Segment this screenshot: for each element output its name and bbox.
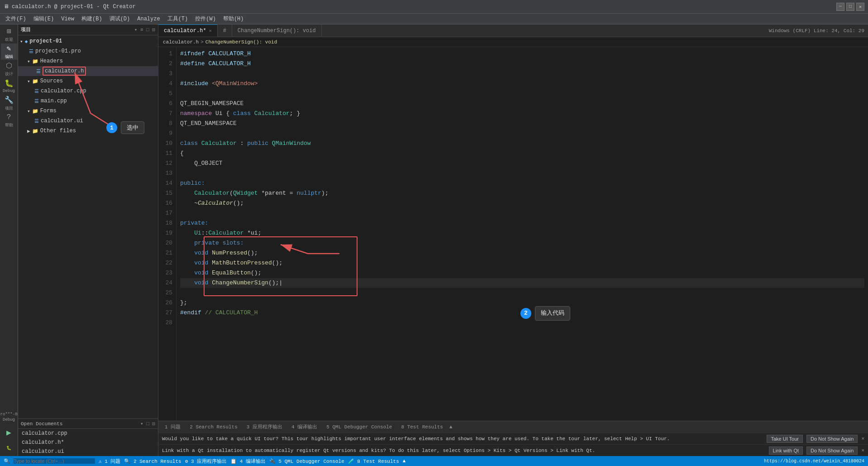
menu-debug[interactable]: 调试(D) [106, 14, 134, 24]
status-qml[interactable]: 🔌 5 QML Debugger Console [269, 458, 344, 464]
notification-2-close-icon[interactable]: × [861, 448, 864, 453]
help-icon: ? [7, 113, 11, 121]
bottom-tab-search[interactable]: 2 Search Results [185, 423, 242, 431]
do-not-show-again-button-1[interactable]: Do Not Show Again [806, 435, 858, 443]
code-line-26: }; [180, 298, 864, 308]
activitybar: ⊞ 欢迎 ✎ 编辑 ⬡ 设计 🐛 Debug 🔧 项目 ? 帮助 pro***-… [0, 24, 18, 456]
calculatorcpp-file-icon: ☰ [34, 88, 39, 94]
tab-changenumber-label: ChangeNumberSign(): void [238, 28, 316, 34]
tree-item-project01[interactable]: ▾ ◆ project-01 [18, 36, 158, 46]
menu-file[interactable]: 文件(F) [2, 14, 30, 24]
code-line-8: QT_END_NAMESPACE [180, 119, 864, 129]
open-doc-calculatorh[interactable]: calculator.h* [18, 438, 158, 447]
tree-item-otherfiles[interactable]: ▶ 📁 Other files [18, 126, 158, 136]
activity-pro[interactable]: pro***-01 Debug [1, 409, 17, 425]
menu-tools[interactable]: 工具(T) [164, 14, 192, 24]
status-app-output[interactable]: ⚙ 3 应用程序输出 [185, 458, 227, 465]
forms-expand-icon: ▾ [27, 108, 30, 114]
tree-label-forms: Forms [40, 108, 57, 114]
bottom-tabs: 1 问题 2 Search Results 3 应用程序输出 4 编译输出 5 … [158, 421, 868, 432]
locate-input[interactable] [14, 458, 95, 464]
code-line-10: class Calculator : public QMainWindow [180, 139, 864, 149]
breadcrumb: calculator.h > ChangeNumberSign(): void [158, 37, 868, 47]
tree-item-calculatorcpp[interactable]: ☰ calculator.cpp [18, 86, 158, 96]
status-test[interactable]: 🧪 8 Test Results [348, 458, 399, 464]
bottom-tab-app-output[interactable]: 3 应用程序输出 [242, 423, 287, 431]
activity-edit[interactable]: ✎ 编辑 [1, 43, 17, 60]
code-line-1: #ifndef CALCULATOR_H [180, 49, 864, 59]
activity-project[interactable]: 🔧 项目 [1, 95, 17, 111]
notification-1-close-icon[interactable]: × [861, 436, 864, 442]
tree-label-sources: Sources [40, 78, 63, 84]
tree-label-calculatorui: calculator.ui [41, 118, 83, 124]
run-button[interactable]: ▶ [1, 426, 17, 439]
tree-item-calculatorui[interactable]: ☰ calculator.ui [18, 116, 158, 126]
bottom-tab-problems[interactable]: 1 问题 [160, 423, 185, 431]
open-documents-panel: Open Documents ▾ □ ⊡ calculator.cpp calc… [18, 418, 158, 456]
status-search-results[interactable]: 🔍 2 Search Results [124, 458, 181, 464]
tree-item-calculatorh[interactable]: ☰ calculator.h [18, 66, 158, 76]
menu-analyze[interactable]: Analyze [134, 15, 163, 23]
tree-item-pro[interactable]: ☰ project-01.pro [18, 46, 158, 56]
tab-calculatorh[interactable]: calculator.h* ✕ [158, 24, 218, 37]
csdn-link[interactable]: https://blog.csdn.net/weixin_48180024 [764, 459, 864, 464]
tab-close-icon[interactable]: ✕ [209, 28, 212, 34]
bottom-tab-qml[interactable]: 5 QML Debugger Console [322, 423, 396, 431]
code-line-21: void NumPressed(); [180, 248, 864, 258]
tree-label-calculatorcpp: calculator.cpp [41, 88, 86, 94]
statusbar-left: 🔍 ⚠ 1 问题 🔍 2 Search Results ⚙ 3 应用程序输出 📋… [4, 458, 758, 465]
code-line-7: namespace Ui { class Calculator; } [180, 109, 864, 119]
tree-label-otherfiles: Other files [40, 128, 76, 134]
menu-help[interactable]: 帮助(H) [219, 14, 248, 24]
status-problems[interactable]: ⚠ 1 问题 [99, 458, 120, 465]
maximize-button[interactable]: □ [846, 3, 854, 11]
tree-item-sources[interactable]: ▾ 📁 Sources [18, 76, 158, 86]
status-compile[interactable]: 📋 4 编译输出 [230, 458, 266, 465]
activity-help[interactable]: ? 帮助 [1, 112, 17, 129]
sidebar-controls: ▾ ≡ □ ⊡ [134, 27, 155, 33]
code-editor[interactable]: #ifndef CALCULATOR_H #define CALCULATOR_… [176, 47, 868, 421]
pro-file-icon: ☰ [29, 48, 33, 54]
open-doc-calculatorcpp-label: calculator.cpp [22, 430, 67, 437]
tree-item-headers[interactable]: ▾ 📁 Headers [18, 56, 158, 66]
open-doc-calculatorui[interactable]: calculator.ui [18, 447, 158, 456]
code-line-28 [180, 318, 864, 328]
activity-welcome[interactable]: ⊞ 欢迎 [1, 26, 17, 43]
close-button[interactable]: ✕ [856, 3, 864, 11]
forms-folder-icon: 📁 [32, 108, 38, 114]
file-tree: ▾ ◆ project-01 ☰ project-01.pro ▾ 📁 Head… [18, 35, 158, 418]
calculatorh-highlight: calculator.h [43, 67, 86, 76]
activity-debug[interactable]: 🐛 Debug [1, 78, 17, 94]
bottom-tab-test[interactable]: 8 Test Results [396, 423, 447, 431]
sources-folder-icon: 📁 [32, 78, 38, 84]
code-line-13 [180, 168, 864, 178]
tab-changenumber[interactable]: ChangeNumberSign(): void [232, 24, 322, 37]
activity-design[interactable]: ⬡ 设计 [1, 61, 17, 77]
open-doc-calculatorcpp[interactable]: calculator.cpp [18, 429, 158, 438]
tab-hash[interactable]: # [218, 24, 232, 37]
menu-view[interactable]: View [57, 15, 78, 23]
minimize-button[interactable]: ─ [836, 3, 844, 11]
tree-label-headers: Headers [40, 58, 63, 64]
do-not-show-again-button-2[interactable]: Do Not Show Again [806, 447, 858, 455]
tab-hash-label: # [223, 28, 226, 34]
code-line-25 [180, 288, 864, 298]
menu-edit[interactable]: 编辑(E) [30, 14, 58, 24]
tree-label-calculatorh: calculator.h [43, 68, 86, 74]
code-line-15: Calculator(QWidget *parent = nullptr); [180, 188, 864, 198]
editor-area[interactable]: 12345 678910 1112131415 1617181920 21222… [158, 47, 868, 421]
code-line-17 [180, 208, 864, 218]
debug2-button[interactable]: 🐛 [1, 440, 17, 456]
menu-widgets[interactable]: 控件(W) [191, 14, 219, 24]
tree-item-maincpp[interactable]: ☰ main.cpp [18, 96, 158, 106]
project-file-icon: ◆ [25, 38, 28, 44]
link-with-qt-button[interactable]: Link with Qt [769, 447, 803, 455]
status-right: Windows (CRLF) Line: 24, Col: 29 [765, 28, 868, 34]
pro-label: pro***-01 [0, 412, 20, 417]
take-ui-tour-button[interactable]: Take UI Tour [767, 435, 803, 443]
activity-project-label: 项目 [5, 106, 13, 111]
menu-build[interactable]: 构建(B) [78, 14, 106, 24]
bottom-tab-compile[interactable]: 4 编译输出 [287, 423, 322, 431]
tree-item-forms[interactable]: ▾ 📁 Forms [18, 106, 158, 116]
menubar: 文件(F) 编辑(E) View 构建(B) 调试(D) Analyze 工具(… [0, 14, 868, 24]
